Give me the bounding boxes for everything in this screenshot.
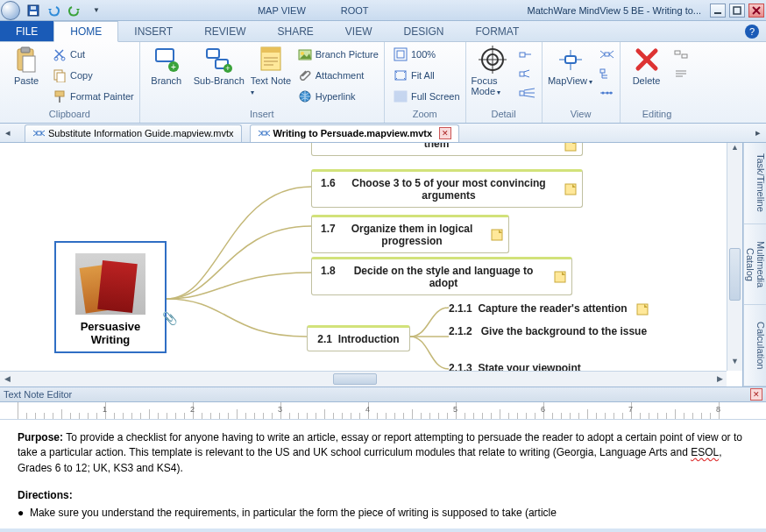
- view-opt-3[interactable]: [599, 84, 614, 102]
- tne-close-icon[interactable]: ✕: [750, 388, 762, 401]
- sub-branch-button[interactable]: +Sub-Branch: [193, 44, 245, 86]
- scroll-right-icon[interactable]: ▶: [713, 372, 727, 387]
- detail-level-3[interactable]: [519, 84, 536, 102]
- app-logo[interactable]: [1, 1, 20, 20]
- text-note-editor-header: Text Note Editor ✕: [0, 387, 766, 402]
- svg-line-42: [524, 70, 529, 72]
- scroll-up-icon[interactable]: ▲: [727, 143, 742, 157]
- scroll-thumb-h[interactable]: [333, 373, 377, 385]
- tab-design[interactable]: DESIGN: [388, 21, 460, 41]
- group-label-editing: Editing: [626, 109, 689, 123]
- ruler[interactable]: 12345678: [0, 402, 766, 420]
- qat-dropdown-icon[interactable]: ▼: [89, 3, 104, 18]
- paste-button[interactable]: Paste: [5, 44, 47, 86]
- edit-opt-2[interactable]: [673, 65, 689, 82]
- ribbon: Paste Cut Copy Format Painter Clipboard …: [0, 42, 766, 124]
- redo-icon[interactable]: [67, 3, 83, 18]
- svg-rect-78: [262, 131, 266, 135]
- vertical-scrollbar[interactable]: ▲ ▼: [727, 143, 742, 371]
- branch-them[interactable]: them: [311, 143, 583, 156]
- zoom-100-button[interactable]: 100%: [394, 46, 460, 63]
- tab-view[interactable]: VIEW: [330, 21, 388, 41]
- doc-icon: [32, 127, 45, 139]
- tab-review[interactable]: REVIEW: [188, 21, 261, 41]
- text-note-button[interactable]: Text Note ▾: [251, 44, 293, 96]
- document-tab-2[interactable]: Writing to Persuade.mapview.mvtx ✕: [250, 124, 460, 142]
- fit-all-button[interactable]: Fit All: [394, 67, 460, 84]
- view-opt-1[interactable]: [599, 46, 614, 63]
- close-button[interactable]: [748, 4, 764, 18]
- save-icon[interactable]: [25, 3, 41, 18]
- hyperlink-button[interactable]: Hyperlink: [298, 88, 379, 105]
- tabs-scroll-left[interactable]: ◂: [0, 127, 16, 138]
- horizontal-scrollbar[interactable]: ◀ ▶: [0, 371, 727, 387]
- root-node[interactable]: Persuasive Writing 📎: [54, 241, 167, 353]
- ribbon-group-view: MapView ▾ View: [543, 42, 621, 123]
- cut-button[interactable]: Cut: [53, 46, 134, 63]
- note-icon[interactable]: [636, 303, 649, 316]
- scroll-down-icon[interactable]: ▼: [727, 357, 742, 371]
- branch-picture-button[interactable]: Branch Picture: [298, 46, 379, 63]
- undo-icon[interactable]: [46, 3, 62, 18]
- view-opt-2[interactable]: [599, 65, 614, 82]
- tab-insert[interactable]: INSERT: [118, 21, 188, 41]
- ribbon-group-zoom: 100% Fit All Full Screen Zoom: [385, 42, 466, 123]
- minimize-button[interactable]: [710, 4, 726, 18]
- text-note-body[interactable]: Purpose: To provide a checklist for anyo…: [0, 420, 766, 528]
- focus-mode-button[interactable]: Focus Mode ▾: [472, 44, 514, 96]
- tabs-scroll-right[interactable]: ▸: [750, 127, 766, 138]
- svg-rect-13: [57, 73, 65, 82]
- note-icon[interactable]: [554, 271, 566, 283]
- tab-share[interactable]: SHARE: [261, 21, 329, 41]
- edit-opt-1[interactable]: [673, 46, 689, 63]
- sub-2-1-1[interactable]: 2.1.1 Capture the reader's attention: [449, 302, 649, 316]
- scroll-thumb-v[interactable]: [729, 248, 741, 301]
- full-screen-button[interactable]: Full Screen: [394, 88, 460, 105]
- tab-format[interactable]: FORMAT: [460, 21, 535, 41]
- mapview-button[interactable]: MapView ▾: [548, 44, 593, 86]
- branch-button[interactable]: +Branch: [145, 44, 188, 86]
- document-tab-1[interactable]: Substitute Information Guide.mapview.mvt…: [25, 124, 242, 142]
- branch-2-1[interactable]: 2.1 Introduction: [307, 325, 410, 351]
- title-center-menu: MAP VIEW ROOT: [104, 5, 522, 16]
- svg-line-57: [609, 54, 614, 58]
- attachment-icon[interactable]: 📎: [162, 311, 177, 325]
- side-tab-multimedia[interactable]: Multimedia Catalog: [744, 224, 766, 306]
- delete-button[interactable]: Delete: [626, 44, 668, 86]
- branch-1-6[interactable]: 1.6 Choose 3 to 5 of your most convincin…: [311, 169, 583, 208]
- note-icon[interactable]: [564, 143, 577, 152]
- branch-1-7[interactable]: 1.7 Organize them in logical progression: [311, 215, 509, 253]
- svg-rect-84: [565, 184, 576, 195]
- side-tab-calculation[interactable]: Calculation: [744, 305, 766, 387]
- close-tab-icon[interactable]: ✕: [439, 127, 451, 139]
- tne-title-label: Text Note Editor: [4, 389, 72, 400]
- svg-rect-1: [30, 11, 37, 15]
- svg-line-55: [600, 54, 605, 58]
- scroll-left-icon[interactable]: ◀: [0, 372, 14, 387]
- svg-point-65: [609, 92, 612, 95]
- svg-line-77: [41, 133, 45, 136]
- maximize-button[interactable]: [729, 4, 745, 18]
- side-tab-task[interactable]: Task/Timeline: [744, 143, 766, 224]
- tab-home[interactable]: HOME: [53, 21, 118, 42]
- svg-line-56: [609, 51, 614, 54]
- esol-text: ESOL: [691, 446, 719, 458]
- copy-button[interactable]: Copy: [53, 67, 134, 84]
- mapview-menu[interactable]: MAP VIEW: [258, 5, 306, 16]
- branch-1-8[interactable]: 1.8 Decide on the style and language to …: [311, 257, 572, 295]
- format-painter-button[interactable]: Format Painter: [53, 88, 134, 105]
- note-icon[interactable]: [564, 183, 577, 195]
- svg-rect-73: [37, 131, 41, 135]
- help-icon[interactable]: ?: [745, 25, 759, 39]
- file-tab[interactable]: FILE: [0, 21, 53, 41]
- root-menu[interactable]: ROOT: [341, 5, 369, 16]
- group-label-detail: Detail: [472, 109, 536, 123]
- svg-point-64: [606, 92, 608, 95]
- quick-access-toolbar: ▼: [25, 3, 104, 18]
- sub-2-1-2[interactable]: 2.1.2 Give the background to the issue: [449, 325, 659, 337]
- detail-level-2[interactable]: [519, 65, 536, 82]
- note-icon[interactable]: [491, 229, 503, 241]
- detail-level-1[interactable]: [519, 46, 536, 63]
- mindmap-canvas[interactable]: Persuasive Writing 📎 them 1.6 Choose 3 t…: [0, 143, 743, 387]
- attachment-button[interactable]: Attachment: [298, 67, 379, 84]
